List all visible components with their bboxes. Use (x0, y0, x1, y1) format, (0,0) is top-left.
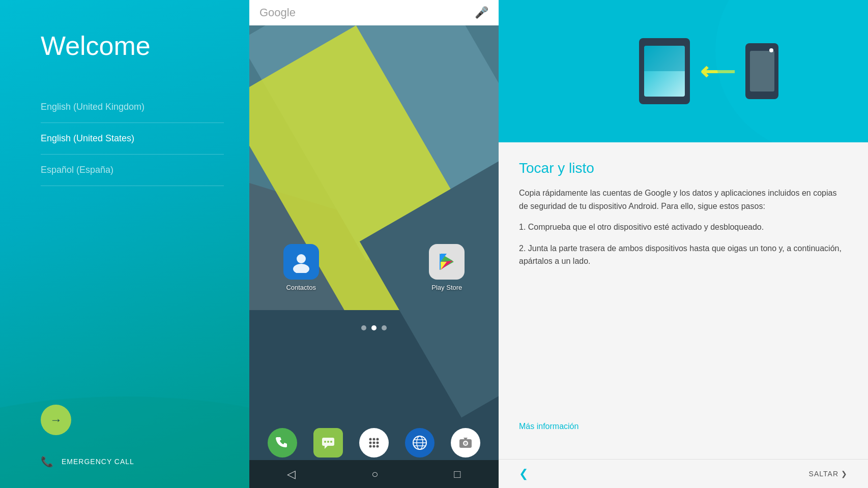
svg-point-31 (464, 442, 467, 445)
app-icons-container: Contactos (249, 244, 499, 291)
language-item-en-uk[interactable]: English (United Kingdom) (41, 92, 224, 123)
welcome-title: Welcome (41, 30, 224, 61)
google-logo: Google (259, 6, 296, 19)
google-search-bar[interactable]: Google 🎤 (249, 0, 499, 25)
svg-point-0 (297, 254, 306, 263)
svg-point-15 (373, 438, 375, 441)
browser-dock-icon[interactable] (405, 428, 435, 458)
svg-marker-10 (325, 446, 328, 449)
page-dot-3[interactable] (382, 325, 387, 330)
navigation-bar: ◁ ○ □ (249, 460, 499, 488)
spacer (356, 244, 392, 291)
contacts-svg (290, 251, 312, 273)
messenger-svg (321, 435, 336, 450)
svg-point-20 (369, 445, 372, 448)
browser-svg (412, 435, 428, 451)
skip-arrow-icon: ❯ (841, 470, 848, 478)
next-button[interactable]: → (41, 405, 71, 435)
section-body: Copia rápidamente las cuentas de Google … (519, 187, 848, 422)
language-list: English (United Kingdom) English (United… (41, 92, 224, 389)
contacts-label: Contactos (286, 284, 316, 291)
transfer-arrow-icon: ⟵ (700, 57, 735, 85)
svg-point-22 (377, 445, 379, 448)
back-arrow-button[interactable]: ❮ (519, 467, 528, 480)
home-nav-button[interactable]: ○ (371, 468, 378, 481)
emergency-call-label: EMERGENCY CALL (62, 458, 134, 466)
apps-dock-icon[interactable] (359, 428, 389, 458)
right-top-area: ⟵ (499, 0, 868, 142)
language-item-en-us[interactable]: English (United States) (41, 123, 224, 155)
right-footer: ❮ SALTAR ❯ (499, 459, 868, 488)
phone-screen-panel: Google 🎤 Contactos (249, 0, 499, 488)
contacts-app-icon[interactable]: Contactos (283, 244, 319, 291)
svg-point-18 (373, 442, 375, 444)
body-step-2: 2. Junta la parte trasera de ambos dispo… (519, 242, 848, 268)
emergency-call-button[interactable]: 📞 EMERGENCY CALL (41, 455, 224, 468)
right-panel: ⟵ Tocar y listo Copia rápidamente las cu… (499, 0, 868, 488)
svg-point-12 (327, 441, 329, 443)
body-step-1: 1. Comprueba que el otro dispositivo est… (519, 221, 848, 234)
svg-point-1 (293, 264, 309, 273)
phone-dock-icon[interactable] (268, 428, 297, 458)
phone-icon: 📞 (41, 455, 54, 468)
back-nav-button[interactable]: ◁ (287, 468, 296, 481)
apps-svg (366, 435, 382, 450)
contacts-icon-bg (283, 244, 319, 280)
body-paragraph-1: Copia rápidamente las cuentas de Google … (519, 187, 848, 212)
android-homescreen: Google 🎤 Contactos (249, 0, 499, 488)
device-transfer-illustration: ⟵ (639, 38, 778, 104)
phone-device (745, 43, 778, 99)
tablet-screen-inner (644, 46, 685, 71)
tablet-device (639, 38, 690, 104)
phone-screen (750, 51, 774, 92)
language-item-es[interactable]: Español (España) (41, 155, 224, 186)
svg-point-11 (324, 441, 326, 443)
camera-dock-icon[interactable] (451, 428, 480, 458)
phone-camera-dot (769, 48, 773, 52)
playstore-label: Play Store (431, 284, 462, 291)
left-panel: Welcome English (United Kingdom) English… (0, 0, 249, 488)
svg-point-21 (373, 445, 375, 448)
recents-nav-button[interactable]: □ (454, 468, 460, 481)
skip-label: SALTAR (809, 470, 838, 478)
mic-icon[interactable]: 🎤 (475, 6, 488, 19)
more-info-link[interactable]: Más información (519, 422, 848, 431)
svg-point-13 (330, 441, 332, 443)
page-indicators (361, 325, 387, 330)
right-content-area: Tocar y listo Copia rápidamente las cuen… (499, 142, 868, 459)
svg-point-19 (377, 442, 379, 444)
skip-button[interactable]: SALTAR ❯ (809, 470, 848, 478)
playstore-svg (436, 251, 458, 273)
page-dot-2[interactable] (371, 325, 377, 330)
svg-marker-29 (464, 438, 468, 439)
svg-point-14 (369, 438, 372, 441)
tablet-screen (644, 46, 685, 97)
svg-point-17 (369, 442, 372, 444)
playstore-app-icon[interactable]: Play Store (429, 244, 465, 291)
section-title: Tocar y listo (519, 160, 848, 176)
playstore-icon-bg (429, 244, 465, 280)
page-dot-1[interactable] (361, 325, 366, 330)
phone-svg (275, 435, 290, 450)
bottom-dock (249, 428, 499, 458)
messenger-dock-icon[interactable] (313, 428, 343, 458)
next-arrow-icon: → (50, 413, 62, 427)
camera-svg (458, 435, 473, 450)
svg-point-16 (377, 438, 379, 441)
